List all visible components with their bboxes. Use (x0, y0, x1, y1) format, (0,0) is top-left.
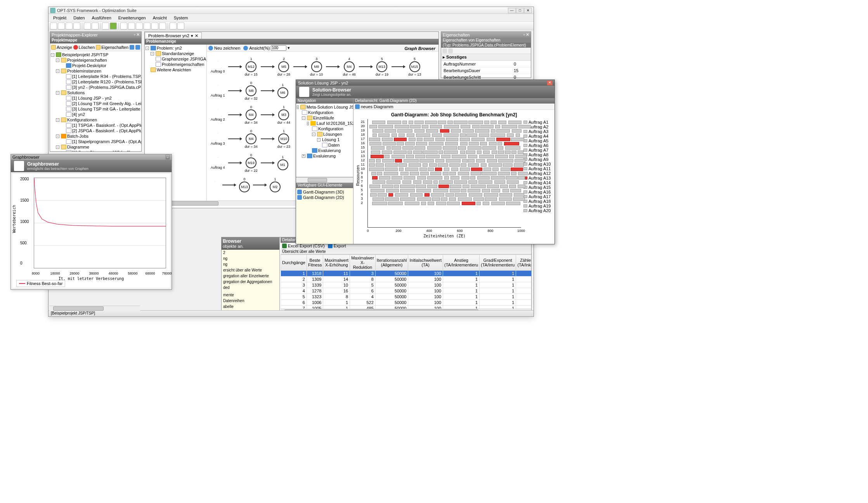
gantt-bar[interactable] (487, 138, 495, 141)
machine-node[interactable]: M10 (278, 133, 289, 144)
gantt-bar[interactable] (383, 142, 396, 145)
gantt-bar[interactable] (386, 189, 399, 192)
gantt-bar[interactable] (479, 155, 494, 158)
gantt-bar[interactable] (487, 185, 499, 188)
gantt-bar[interactable] (490, 121, 496, 124)
tree-inst2[interactable]: [2] Leiterplatte R120 - (Problems.TSP.Da… (51, 79, 140, 85)
gantt-bar[interactable] (409, 163, 421, 167)
gantt-bar[interactable] (498, 172, 510, 175)
gantt-bar[interactable] (479, 133, 489, 137)
gantt-bar[interactable] (404, 176, 415, 180)
gantt-bar[interactable] (461, 176, 469, 180)
gantt-bar[interactable] (495, 125, 501, 128)
prop-category[interactable]: ▸ Sonstiges (441, 54, 531, 61)
tree-inst1[interactable]: [1] Leiterplatte R34 - (Problems.TSP.Dat… (51, 74, 140, 79)
gantt-bar[interactable] (430, 125, 442, 128)
table-row[interactable]: 6100615225000010011100011 (281, 300, 532, 306)
gantt-bar[interactable] (511, 172, 517, 175)
gantt-bar[interactable] (369, 142, 381, 145)
gantt-bar[interactable] (462, 159, 468, 162)
gantt-bar[interactable] (449, 197, 456, 201)
gantt-bar[interactable] (484, 193, 498, 197)
zoom-input[interactable] (271, 45, 286, 51)
gantt-bar[interactable] (414, 129, 424, 133)
gantt-bar[interactable] (384, 172, 398, 175)
gantt-bar[interactable] (438, 121, 446, 124)
eval-nav-item[interactable]: abelle (222, 304, 279, 309)
gantt-bar[interactable] (498, 159, 513, 162)
gantt-bar[interactable] (518, 125, 530, 128)
machine-node[interactable]: M4 (246, 133, 256, 144)
gantt-bar[interactable] (460, 168, 470, 171)
left-hscroll[interactable] (49, 306, 140, 311)
gantt-bar[interactable] (443, 146, 457, 150)
gantt-bar[interactable] (498, 146, 504, 150)
eval-nav-item[interactable]: Datenreihen (222, 298, 279, 304)
gantt-bar[interactable] (491, 189, 501, 192)
gantt-chart[interactable]: Gantt-Diagramm: Job Shop Scheduling Benc… (353, 110, 554, 244)
table-header[interactable]: Anstieg (TA/Inkrementieru (443, 255, 480, 271)
minimize-button[interactable]: — (508, 8, 516, 13)
gantt-bar[interactable] (483, 150, 490, 154)
nav-lauf[interactable]: -Lauf Id:201268_152345.3 (297, 121, 352, 126)
gantt-bar[interactable] (385, 163, 398, 167)
gantt-bar[interactable] (414, 121, 424, 124)
gantt-bar[interactable] (433, 180, 438, 184)
menu-system[interactable]: System (171, 15, 191, 21)
gantt-bar[interactable] (505, 146, 520, 150)
gantt-bar[interactable] (515, 159, 525, 162)
nav-einzel[interactable]: -Einzelläufe (297, 115, 352, 121)
table-row[interactable]: 7100514855000010011100011 (281, 306, 532, 309)
gantt-bar[interactable] (429, 142, 444, 145)
gantt-bar[interactable] (417, 176, 426, 180)
gantt-bar[interactable] (451, 168, 458, 171)
gantt-bar[interactable] (444, 133, 459, 137)
gantt-bar[interactable] (504, 142, 519, 145)
gantt-bar[interactable] (438, 185, 449, 188)
gantt-bar[interactable] (370, 193, 376, 197)
gantt-bar[interactable] (518, 172, 528, 175)
gantt-bar[interactable] (423, 163, 428, 167)
gantt-bar[interactable] (460, 138, 470, 141)
table-header[interactable]: Initialschwellwert (TA) (408, 255, 443, 271)
gantt-bar[interactable] (439, 180, 453, 184)
gantt-bar[interactable] (484, 121, 489, 124)
gantt-bar[interactable] (419, 159, 434, 162)
table-row[interactable]: 313391055000010011100011 (281, 282, 532, 288)
gui-gantt-3d[interactable]: Gantt-Diagramm (3D) (297, 189, 352, 195)
gantt-bar[interactable] (460, 133, 466, 137)
gantt-bar[interactable] (386, 146, 391, 150)
prop-cat-icon[interactable] (448, 48, 453, 53)
gantt-bar[interactable] (416, 185, 426, 188)
toolbar-run-button[interactable] (110, 22, 117, 29)
gantt-bar[interactable] (470, 176, 475, 180)
close-button[interactable]: ✕ (524, 8, 532, 13)
gantt-bar[interactable] (385, 155, 390, 158)
gantt-bar[interactable] (482, 172, 497, 175)
gantt-bar[interactable] (413, 150, 422, 154)
gantt-bar[interactable] (438, 163, 448, 167)
gantt-bar[interactable] (462, 202, 475, 205)
nav-hscroll[interactable] (296, 177, 353, 183)
prop-row[interactable]: BearbeitungsDauer (441, 67, 511, 74)
gantt-bar[interactable] (415, 155, 425, 158)
gantt-bar[interactable] (397, 142, 404, 145)
menu-daten[interactable]: Daten (70, 15, 88, 21)
gantt-bar[interactable] (468, 146, 482, 150)
gantt-bar[interactable] (512, 129, 521, 133)
gantt-bar[interactable] (449, 172, 456, 175)
machine-node[interactable]: M4 (246, 109, 256, 120)
gantt-bar[interactable] (416, 189, 431, 192)
gantt-bar[interactable] (427, 146, 442, 150)
gantt-bar[interactable] (446, 159, 461, 162)
gantt-bar[interactable] (427, 185, 437, 188)
gantt-bar[interactable] (458, 197, 472, 201)
gantt-bar[interactable] (441, 155, 450, 158)
start-node-icon[interactable] (213, 109, 222, 117)
gantt-bar[interactable] (371, 172, 376, 175)
ptree-eigen[interactable]: Problemeigenschaften (146, 62, 206, 67)
panel-close-icon[interactable]: ✕ (136, 32, 140, 37)
gantt-bar[interactable] (385, 129, 396, 133)
gantt-bar[interactable] (480, 142, 487, 145)
gantt-bar[interactable] (518, 185, 525, 188)
